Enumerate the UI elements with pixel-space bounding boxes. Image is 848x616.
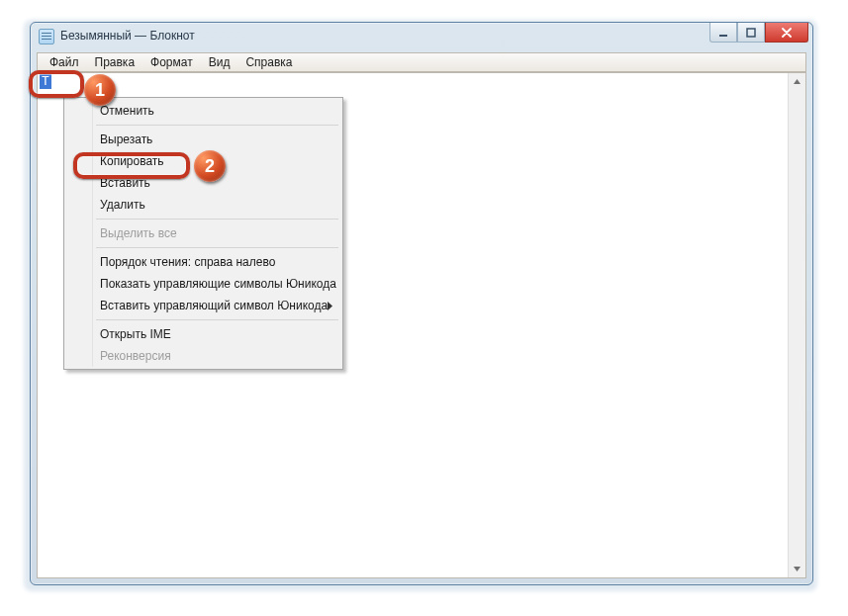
menu-file[interactable]: Файл [42,53,87,71]
ctx-separator [96,219,338,220]
svg-rect-0 [719,35,727,37]
notepad-app-icon [39,29,54,44]
minimize-button[interactable] [709,23,737,43]
scroll-down-icon[interactable] [790,561,804,577]
menu-edit[interactable]: Правка [87,53,143,71]
titlebar[interactable]: Безымянный — Блокнот [31,23,812,50]
ctx-undo[interactable]: Отменить [66,100,340,122]
ctx-delete[interactable]: Удалить [66,194,340,216]
ctx-separator [96,247,338,248]
selected-text: T [40,74,51,89]
ctx-insert-unicode[interactable]: Вставить управляющий символ Юникода [66,295,340,316]
menu-bar: Файл Правка Формат Вид Справка [37,52,806,72]
menu-format[interactable]: Формат [142,53,201,71]
ctx-show-unicode[interactable]: Показать управляющие символы Юникода [66,273,340,295]
ctx-reconversion[interactable]: Реконверсия [66,345,340,367]
ctx-copy[interactable]: Копировать [66,150,340,172]
context-menu: Отменить Вырезать Копировать Вставить Уд… [63,97,343,370]
ctx-paste[interactable]: Вставить [66,172,340,194]
ctx-separator [96,319,338,320]
window-title: Безымянный — Блокнот [60,29,195,43]
maximize-button[interactable] [737,23,765,43]
ctx-select-all[interactable]: Выделить все [66,222,340,244]
ctx-cut[interactable]: Вырезать [66,129,340,150]
ctx-open-ime[interactable]: Открыть IME [66,323,340,345]
ctx-reading-order[interactable]: Порядок чтения: справа налево [66,251,340,273]
menu-help[interactable]: Справка [237,53,300,71]
scroll-up-icon[interactable] [790,73,804,90]
submenu-arrow-icon [327,295,332,316]
ctx-insert-unicode-label: Вставить управляющий символ Юникода [100,299,328,312]
window-controls [709,23,808,43]
ctx-separator [96,125,338,126]
svg-rect-1 [747,29,755,37]
vertical-scrollbar[interactable] [788,73,805,577]
menu-view[interactable]: Вид [201,53,238,71]
close-button[interactable] [765,23,808,43]
